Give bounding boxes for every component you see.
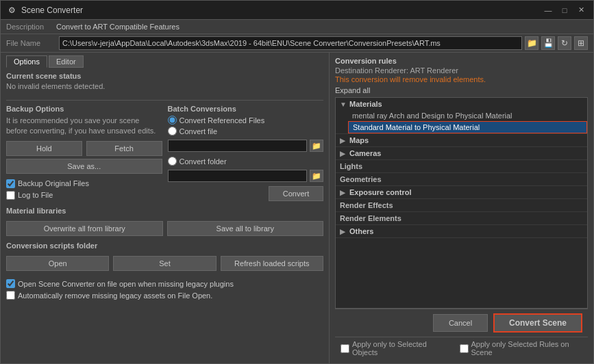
maps-section: ▶ Maps (336, 134, 587, 147)
cameras-header[interactable]: ▶ Cameras (336, 147, 587, 159)
exposure-arrow: ▶ (340, 189, 347, 196)
window-controls: — □ ✕ (541, 4, 588, 16)
open-scripts-button[interactable]: Open (6, 256, 109, 271)
divider1 (6, 100, 323, 101)
batch-radio-group: Convert Referenced Files Convert file 📁 (168, 116, 324, 182)
maximize-button[interactable]: □ (558, 4, 571, 16)
cancel-button[interactable]: Cancel (433, 314, 488, 332)
refresh-file-button[interactable]: ↻ (558, 36, 571, 50)
open-scene-converter-checkbox-row: Open Scene Converter on file open when m… (6, 279, 323, 288)
render-effects-label[interactable]: Render Effects (336, 199, 587, 211)
browse-folder-btn2[interactable]: 📁 (310, 170, 323, 182)
close-button[interactable]: ✕ (574, 4, 588, 16)
geometries-section: Geometries (336, 173, 587, 186)
open-scene-converter-checkbox[interactable] (6, 279, 15, 288)
description-value: Convert to ART Compatible Features (56, 23, 180, 31)
cameras-label: Cameras (349, 149, 381, 157)
mat-item2[interactable]: Standard Material to Physical Material (348, 121, 587, 133)
browse-folder-button[interactable]: 📁 (525, 36, 539, 50)
convert-file-input-row: 📁 (168, 140, 324, 152)
others-label: Others (349, 227, 373, 235)
apply-selected-objects-label: Apply only to Selected Objects (352, 340, 446, 356)
render-elements-section: Render Elements (336, 212, 587, 225)
maps-label: Maps (349, 136, 369, 144)
tab-options[interactable]: Options (6, 55, 47, 68)
lights-section: Lights (336, 160, 587, 173)
hold-fetch-row: Hold Fetch (6, 141, 162, 156)
conversion-rules-title: Conversion rules (335, 57, 588, 65)
apply-selected-objects-checkbox[interactable] (341, 344, 349, 353)
exposure-header[interactable]: ▶ Exposure control (336, 186, 587, 198)
apply-selected-objects-item: Apply only to Selected Objects (341, 340, 446, 356)
exposure-label: Exposure control (349, 188, 411, 196)
fetch-button[interactable]: Fetch (86, 141, 162, 156)
current-scene-status: No invalid elements detected. (6, 82, 323, 90)
mat-item1[interactable]: mental ray Arch and Design to Physical M… (348, 110, 587, 121)
convert-file-input[interactable] (168, 140, 308, 152)
bottom-bar: Cancel Convert Scene (335, 309, 588, 337)
main-area: Options Editor Current scene status No i… (1, 53, 593, 363)
app-icon: ⚙ (6, 5, 17, 16)
material-libraries-buttons: Overwrite all from library Save all to l… (6, 221, 323, 236)
save-file-button[interactable]: 💾 (541, 36, 555, 50)
convert-scene-button[interactable]: Convert Scene (493, 313, 582, 333)
convert-file-item: Convert file (168, 127, 324, 135)
backup-options-desc: It is recommended you save your scene be… (6, 116, 162, 137)
materials-children: mental ray Arch and Design to Physical M… (336, 110, 587, 133)
backup-options-title: Backup Options (6, 105, 162, 113)
lights-label[interactable]: Lights (336, 160, 587, 172)
minimize-button[interactable]: — (541, 4, 555, 16)
convert-referenced-radio[interactable] (168, 116, 177, 125)
tab-editor[interactable]: Editor (49, 55, 84, 68)
conversion-scripts-title: Conversion scripts folder (6, 242, 323, 250)
save-as-button[interactable]: Save as... (6, 159, 162, 174)
conversion-scripts-buttons: Open Set Refresh loaded scripts (6, 256, 323, 271)
title-bar: ⚙ Scene Converter — □ ✕ (1, 1, 593, 20)
apply-selected-rules-checkbox[interactable] (460, 344, 469, 353)
window-title: Scene Converter (21, 5, 541, 15)
save-all-library-button[interactable]: Save all to library (167, 221, 324, 236)
convert-referenced-item: Convert Referenced Files (168, 116, 324, 125)
open-scene-converter-label: Open Scene Converter on file open when m… (18, 280, 234, 288)
materials-header[interactable]: ▼ Materials (336, 98, 587, 110)
render-effects-section: Render Effects (336, 199, 587, 212)
browse-file-button[interactable]: 📁 (310, 140, 323, 152)
backup-original-checkbox-row: Backup Original Files (6, 179, 89, 188)
batch-title: Batch Conversions (168, 105, 324, 113)
batch-convert-button[interactable]: Convert (269, 186, 323, 201)
batch-conversions-section: Batch Conversions Convert Referenced Fil… (168, 105, 324, 201)
maps-arrow: ▶ (340, 137, 347, 144)
refresh-scripts-button[interactable]: Refresh loaded scripts (221, 256, 323, 271)
extra-file-button[interactable]: ⊞ (574, 36, 588, 50)
scene-converter-window: ⚙ Scene Converter — □ ✕ Description Conv… (0, 0, 594, 364)
auto-remove-checkbox[interactable] (6, 291, 15, 300)
convert-file-label: Convert file (180, 127, 218, 135)
overwrite-library-button[interactable]: Overwrite all from library (6, 221, 163, 236)
bottom-checkboxes: Open Scene Converter on file open when m… (6, 276, 323, 300)
materials-section: ▼ Materials mental ray Arch and Design t… (336, 98, 587, 134)
expand-all-link[interactable]: Expand all (335, 86, 588, 94)
maps-header[interactable]: ▶ Maps (336, 134, 587, 146)
exposure-section: ▶ Exposure control (336, 186, 587, 199)
geometries-label[interactable]: Geometries (336, 173, 587, 185)
convert-folder-input[interactable] (168, 170, 308, 182)
convert-folder-input-row: 📁 (168, 170, 324, 182)
description-label: Description (6, 23, 51, 31)
filename-input[interactable] (59, 36, 522, 50)
log-to-file-checkbox[interactable] (6, 191, 15, 200)
others-section: ▶ Others (336, 225, 587, 238)
apply-selected-rules-item: Apply only Selected Rules on Scene (460, 340, 583, 356)
convert-folder-label: Convert folder (180, 157, 227, 166)
cameras-section: ▶ Cameras (336, 147, 587, 160)
convert-file-radio[interactable] (168, 127, 177, 135)
others-header[interactable]: ▶ Others (336, 225, 587, 237)
backup-options-section: Backup Options It is recommended you sav… (6, 105, 162, 201)
apply-selected-rules-label: Apply only Selected Rules on Scene (471, 340, 583, 356)
backup-original-checkbox[interactable] (6, 179, 15, 188)
materials-label: Materials (349, 100, 382, 108)
auto-remove-checkbox-row: Automatically remove missing legacy asse… (6, 291, 323, 300)
set-scripts-button[interactable]: Set (113, 256, 216, 271)
hold-button[interactable]: Hold (6, 141, 82, 156)
convert-folder-radio[interactable] (168, 157, 177, 166)
render-elements-label[interactable]: Render Elements (336, 212, 587, 224)
